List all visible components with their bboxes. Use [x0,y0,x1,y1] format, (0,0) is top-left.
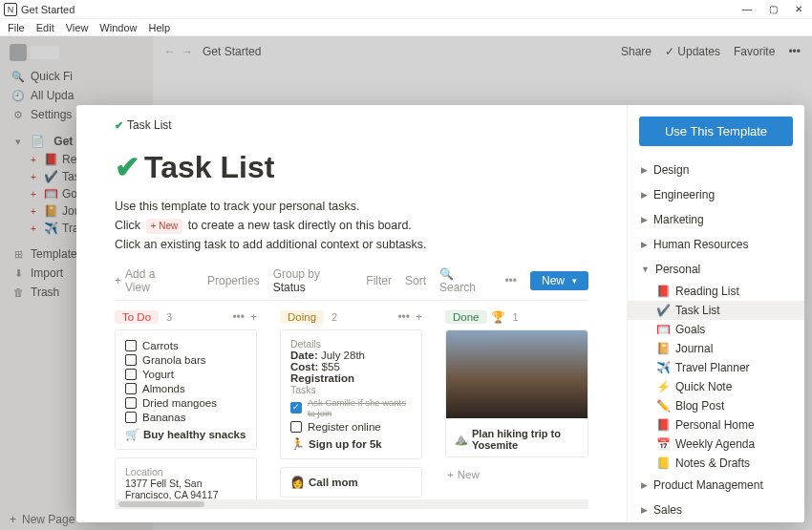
page-description: Use this template to track your personal… [115,197,588,254]
more-icon[interactable]: ••• [397,310,410,324]
category-sales[interactable]: ▶Sales [628,498,804,522]
properties-button[interactable]: Properties [207,274,260,287]
checkbox-icon[interactable] [125,412,137,423]
column-done: Done 🏆 1 ⛰️Plan hiking trip to Yosemite … [445,310,588,499]
checkbox-icon[interactable] [125,340,137,351]
new-card-button[interactable]: +New [445,465,588,484]
card-location[interactable]: Location 1377 Fell St, San Francisco, CA… [115,457,257,499]
emoji-icon: 🥅 [656,323,670,336]
column-header-todo: To Do 3 •••+ [115,310,257,324]
add-view-button[interactable]: +Add a View [115,267,181,294]
group-by-button[interactable]: Group by Status [273,267,353,294]
caret-right-icon: ▶ [641,240,648,249]
plus-icon[interactable]: + [250,310,257,324]
maximize-icon[interactable]: ▢ [769,4,778,14]
emoji-icon: 🛒 [125,428,139,441]
emoji-icon: 📒 [656,456,670,470]
new-button[interactable]: New▾ [530,271,588,290]
personal-items: 📕Reading List ✔️Task List 🥅Goals 📔Journa… [628,282,804,473]
emoji-icon: ✈️ [656,361,670,374]
scrollbar-thumb[interactable] [118,501,204,507]
emoji-icon: 📕 [656,285,670,298]
modal-breadcrumb[interactable]: ✔ Task List [115,118,588,132]
tmpl-quick-note[interactable]: ⚡Quick Note [628,377,804,396]
tmpl-notes-drafts[interactable]: 📒Notes & Drafts [628,454,804,473]
minimize-icon[interactable]: — [742,4,752,14]
close-icon[interactable]: ✕ [795,4,802,14]
card-signup-5k[interactable]: Details Date: July 28th Cost: $55 Regist… [280,329,422,459]
new-pill: + New [146,219,183,234]
plus-icon: + [115,274,121,287]
check-icon: ✔ [115,149,140,185]
plus-icon[interactable]: + [416,310,422,324]
more-icon[interactable]: ••• [504,274,517,287]
use-template-button[interactable]: Use This Template [639,117,793,146]
modal-main: ✔ Task List ✔ Task List Use this templat… [76,105,627,522]
board-toolbar: +Add a View Properties Group by Status F… [115,267,588,301]
column-header-done: Done 🏆 1 [445,310,588,324]
horizontal-scrollbar[interactable] [115,499,588,509]
checkbox-icon[interactable] [125,397,137,409]
sort-button[interactable]: Sort [405,274,426,287]
trophy-icon: 🏆 [491,310,505,324]
status-tag-doing[interactable]: Doing [280,310,324,324]
column-doing: Doing 2 •••+ Details Date: July 28th Cos… [280,310,422,499]
app-root: 🔍Quick Fi 🕘All Upda ⚙Settings ▾📄 Get S +… [0,36,812,530]
menu-view[interactable]: View [66,22,89,33]
tmpl-blog-post[interactable]: ✏️Blog Post [628,396,804,415]
card-yosemite[interactable]: ⛰️Plan hiking trip to Yosemite [445,329,588,457]
category-engineering[interactable]: ▶Engineering [628,182,804,207]
column-header-doing: Doing 2 •••+ [280,310,422,324]
search-icon: 🔍 [439,267,454,281]
tmpl-reading-list[interactable]: 📕Reading List [628,282,804,301]
checkbox-icon[interactable] [290,421,302,433]
caret-down-icon: ▼ [641,265,650,274]
tmpl-task-list[interactable]: ✔️Task List [628,301,804,320]
emoji-icon: ⛰️ [454,433,468,446]
filter-button[interactable]: Filter [366,274,392,287]
emoji-icon: 📅 [656,437,670,451]
checkbox-checked-icon[interactable] [290,402,302,413]
search-button[interactable]: 🔍 Search [439,267,491,294]
chevron-down-icon: ▾ [572,276,577,286]
emoji-icon: 📔 [656,342,670,355]
category-product-mgmt[interactable]: ▶Product Management [628,473,804,498]
check-icon: ✔️ [656,304,670,317]
column-todo: To Do 3 •••+ Carrots Granola bars Yogurt… [115,310,257,499]
card-call-mom[interactable]: 👩Call mom [280,467,422,498]
plus-icon: + [447,469,454,480]
page-title: ✔ Task List [115,149,588,185]
menu-window[interactable]: Window [99,22,137,33]
tmpl-journal[interactable]: 📔Journal [628,339,804,358]
checkbox-icon[interactable] [125,354,137,366]
category-personal[interactable]: ▼Personal [628,257,804,282]
window-controls: — ▢ ✕ [742,4,808,14]
card-cover-image [446,330,588,418]
menubar: File Edit View Window Help [0,19,812,36]
menu-file[interactable]: File [8,22,25,33]
emoji-icon: ✏️ [656,399,670,413]
status-tag-done[interactable]: Done [445,310,487,324]
checkbox-icon[interactable] [125,369,137,380]
category-marketing[interactable]: ▶Marketing [628,207,804,232]
template-modal: ✔ Task List ✔ Task List Use this templat… [76,105,804,522]
category-design[interactable]: ▶Design [628,158,804,182]
tmpl-weekly-agenda[interactable]: 📅Weekly Agenda [628,435,804,454]
tmpl-travel-planner[interactable]: ✈️Travel Planner [628,358,804,377]
emoji-icon: 👩 [290,476,305,489]
status-tag-todo[interactable]: To Do [115,310,159,324]
card-buy-snacks[interactable]: Carrots Granola bars Yogurt Almonds Drie… [115,329,257,450]
tmpl-goals[interactable]: 🥅Goals [628,320,804,339]
menu-edit[interactable]: Edit [36,22,54,33]
column-count: 3 [166,311,172,323]
emoji-icon: 🏃 [290,437,305,451]
window-title: Get Started [21,4,75,15]
template-sidebar: Use This Template ▶Design ▶Engineering ▶… [627,105,804,522]
titlebar: N Get Started — ▢ ✕ [0,0,812,19]
more-icon[interactable]: ••• [232,310,245,324]
category-hr[interactable]: ▶Human Resources [628,232,804,257]
menu-help[interactable]: Help [148,22,170,33]
tmpl-personal-home[interactable]: 📕Personal Home [628,415,804,435]
checkbox-icon[interactable] [125,383,137,394]
caret-right-icon: ▶ [641,215,648,224]
